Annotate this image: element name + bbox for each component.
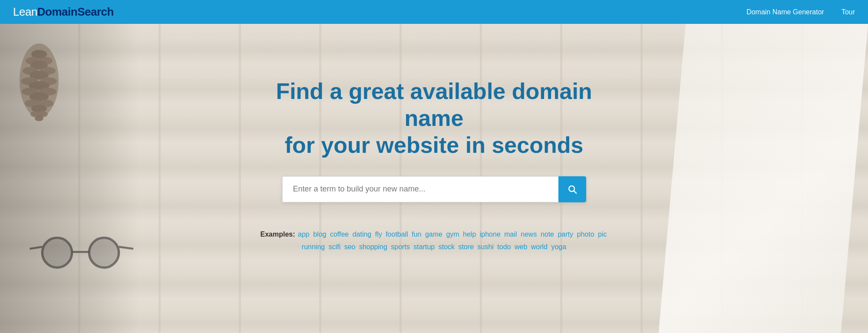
example-link-blog[interactable]: blog bbox=[313, 231, 326, 238]
example-link-party[interactable]: party bbox=[558, 231, 573, 238]
example-link-sports[interactable]: sports bbox=[391, 243, 410, 251]
search-bar bbox=[282, 176, 586, 202]
example-link-news[interactable]: news bbox=[521, 231, 537, 238]
svg-line-25 bbox=[30, 247, 43, 249]
main-nav: Domain Name Generator Tour bbox=[746, 8, 855, 16]
nav-tour[interactable]: Tour bbox=[842, 8, 855, 16]
example-link-iphone[interactable]: iphone bbox=[480, 231, 501, 238]
search-input[interactable] bbox=[282, 176, 558, 202]
example-link-coffee[interactable]: coffee bbox=[330, 231, 349, 238]
search-icon bbox=[568, 185, 577, 194]
example-link-fun[interactable]: fun bbox=[412, 231, 421, 238]
site-header: LeanDomainSearch Domain Name Generator T… bbox=[0, 0, 868, 24]
hero-title-line1: Find a great available domain name bbox=[276, 79, 592, 131]
examples-links-row2: running scifi seo shopping sports startu… bbox=[301, 243, 567, 251]
example-link-app[interactable]: app bbox=[298, 231, 310, 238]
example-link-fly[interactable]: fly bbox=[375, 231, 382, 238]
examples-label: Examples: bbox=[261, 231, 295, 238]
example-link-dating[interactable]: dating bbox=[353, 231, 372, 238]
logo-lean: Lean bbox=[13, 5, 37, 19]
example-link-seo[interactable]: seo bbox=[344, 243, 356, 251]
example-link-yoga[interactable]: yoga bbox=[551, 243, 566, 251]
example-link-gym[interactable]: gym bbox=[446, 231, 459, 238]
hero-title: Find a great available domain name for y… bbox=[261, 78, 608, 159]
example-link-todo[interactable]: todo bbox=[497, 243, 511, 251]
pinecone-decoration bbox=[9, 37, 69, 115]
example-link-sushi[interactable]: sushi bbox=[478, 243, 494, 251]
example-link-web[interactable]: web bbox=[515, 243, 527, 251]
search-button[interactable] bbox=[558, 176, 586, 202]
svg-point-21 bbox=[42, 239, 72, 267]
example-link-mail[interactable]: mail bbox=[504, 231, 517, 238]
example-link-note[interactable]: note bbox=[541, 231, 554, 238]
example-link-shopping[interactable]: shopping bbox=[359, 243, 387, 251]
svg-line-26 bbox=[119, 247, 133, 249]
examples-links-row1: app blog coffee dating fly football fun … bbox=[297, 231, 607, 238]
example-link-football[interactable]: football bbox=[386, 231, 408, 238]
svg-line-28 bbox=[574, 191, 576, 193]
examples-line-1: Examples: app blog coffee dating fly foo… bbox=[261, 228, 608, 241]
logo-domain-search: DomainSearch bbox=[37, 5, 114, 19]
hero-title-line2: for your website in seconds bbox=[285, 132, 584, 158]
glasses-decoration bbox=[26, 233, 139, 272]
example-link-world[interactable]: world bbox=[531, 243, 548, 251]
example-link-stock[interactable]: stock bbox=[439, 243, 455, 251]
example-link-running[interactable]: running bbox=[302, 243, 325, 251]
svg-point-16 bbox=[31, 105, 47, 112]
hero-content: Find a great available domain name for y… bbox=[261, 78, 608, 202]
example-link-store[interactable]: store bbox=[459, 243, 474, 251]
examples-section: Examples: app blog coffee dating fly foo… bbox=[261, 228, 608, 254]
hero-section: Find a great available domain name for y… bbox=[0, 24, 868, 333]
svg-point-23 bbox=[89, 239, 119, 267]
examples-line-2: running scifi seo shopping sports startu… bbox=[261, 241, 608, 254]
example-link-startup[interactable]: startup bbox=[413, 243, 435, 251]
example-link-pic[interactable]: pic bbox=[598, 231, 607, 238]
site-logo[interactable]: LeanDomainSearch bbox=[13, 5, 114, 19]
example-link-scifi[interactable]: scifi bbox=[329, 243, 341, 251]
nav-domain-name-generator[interactable]: Domain Name Generator bbox=[746, 8, 824, 16]
example-link-help[interactable]: help bbox=[463, 231, 476, 238]
example-link-game[interactable]: game bbox=[425, 231, 442, 238]
svg-point-19 bbox=[35, 116, 43, 121]
example-link-photo[interactable]: photo bbox=[577, 231, 594, 238]
